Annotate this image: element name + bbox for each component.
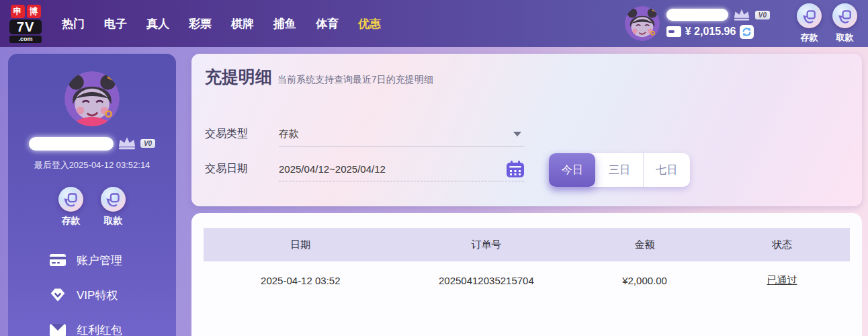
page-header: 充提明细 当前系统支持查询最近7日的充提明细 — [205, 66, 433, 88]
page-subtitle: 当前系统支持查询最近7日的充提明细 — [277, 74, 433, 86]
user-info: V0 ¥ 2,015.96 — [666, 9, 770, 39]
deposit-label: 存款 — [62, 215, 81, 227]
sidebar-quick-actions: 存款 取款 — [8, 187, 176, 227]
withdraw-icon — [832, 3, 857, 28]
nav-item-lottery[interactable]: 彩票 — [189, 16, 212, 32]
sidebar-item-label: 账户管理 — [77, 253, 122, 268]
transaction-type-label: 交易类型 — [205, 127, 279, 146]
vip-level-badge: V0 — [755, 11, 770, 19]
transaction-date-label: 交易日期 — [205, 162, 279, 181]
filter-panel: 充提明细 当前系统支持查询最近7日的充提明细 交易类型 存款 交易日期 2025… — [191, 54, 862, 206]
date-range-value: 2025/04/12~2025/04/12 — [279, 163, 507, 175]
nav-item-fishing[interactable]: 捕鱼 — [273, 16, 296, 32]
status-link[interactable]: 已通过 — [767, 274, 797, 286]
column-header-order: 订单号 — [398, 239, 576, 251]
vip-level-badge: V0 — [140, 139, 155, 148]
date-range-input[interactable]: 2025/04/12~2025/04/12 — [279, 157, 524, 181]
records-table: 日期 订单号 金额 状态 2025-04-12 03:52 2025041203… — [204, 228, 850, 299]
balance-amount: ¥ 2,015.96 — [685, 26, 736, 38]
tab-seven-days[interactable]: 七日 — [644, 153, 690, 187]
tab-today[interactable]: 今日 — [549, 153, 596, 187]
table-row: 2025-04-12 03:52 20250412035215704 ¥2,00… — [204, 261, 850, 299]
tab-three-days[interactable]: 三日 — [596, 153, 643, 187]
transaction-type-row: 交易类型 存款 — [205, 122, 524, 146]
table-header-row: 日期 订单号 金额 状态 — [204, 228, 850, 261]
deposit-icon — [58, 187, 83, 212]
refresh-balance-icon[interactable] — [740, 25, 754, 39]
sidebar-menu: 账户管理 VIP特权 红利红包 — [8, 251, 176, 336]
sidebar: V0 最后登入2025-04-12 03:52:14 存款 取款 — [8, 54, 176, 336]
sidebar-item-account[interactable]: 账户管理 — [50, 251, 176, 269]
column-header-date: 日期 — [204, 239, 398, 251]
date-range-tabs: 今日 三日 七日 — [549, 153, 690, 187]
calendar-icon[interactable] — [507, 161, 524, 178]
row-date: 2025-04-12 03:52 — [204, 275, 398, 286]
row-amount: ¥2,000.00 — [575, 275, 714, 286]
withdraw-label: 取款 — [836, 32, 854, 44]
sidebar-item-label: VIP特权 — [77, 288, 118, 303]
withdraw-icon — [101, 187, 126, 212]
nav-item-sports[interactable]: 体育 — [316, 16, 339, 32]
logo-brand: 7V — [9, 19, 42, 34]
withdraw-label: 取款 — [104, 215, 123, 227]
sidebar-item-label: 红利红包 — [77, 323, 122, 336]
deposit-button[interactable]: 存款 — [797, 3, 822, 44]
topbar-quick-actions: 存款 取款 — [797, 3, 857, 44]
sidebar-userline: V0 — [8, 136, 176, 151]
user-cluster: V0 ¥ 2,015.96 — [625, 3, 857, 44]
bank-card-icon — [50, 254, 66, 266]
last-login-text: 最后登入2025-04-12 03:52:14 — [8, 159, 176, 171]
sidebar-avatar — [64, 71, 120, 126]
main-nav: 热门 电子 真人 彩票 棋牌 捕鱼 体育 优惠 — [62, 16, 381, 32]
logo-tiles: 申 博 — [9, 5, 42, 18]
transaction-date-row: 交易日期 2025/04/12~2025/04/12 — [205, 157, 524, 181]
column-header-amount: 金额 — [575, 239, 714, 251]
red-packet-icon — [50, 324, 66, 336]
nav-item-live[interactable]: 真人 — [146, 16, 169, 32]
nav-item-chess[interactable]: 棋牌 — [231, 16, 254, 32]
sidebar-item-bonus[interactable]: 红利红包 — [50, 321, 176, 336]
site-logo[interactable]: 申 博 7V .com — [9, 5, 42, 43]
nav-item-slots[interactable]: 电子 — [104, 16, 127, 32]
sidebar-username-redacted — [29, 137, 114, 151]
vip-gem-icon — [50, 287, 66, 303]
deposit-icon — [797, 3, 822, 28]
top-navigation-bar: 申 博 7V .com 热门 电子 真人 彩票 棋牌 捕鱼 体育 优惠 — [0, 0, 868, 47]
deposit-label: 存款 — [801, 32, 818, 44]
nav-item-promo[interactable]: 优惠 — [358, 16, 381, 32]
user-avatar[interactable] — [625, 6, 660, 41]
transaction-type-select[interactable]: 存款 — [279, 122, 524, 146]
row-order-number: 20250412035215704 — [398, 275, 576, 286]
logo-char-2: 博 — [27, 5, 41, 18]
crown-icon — [732, 9, 751, 22]
nav-item-hot[interactable]: 热门 — [62, 16, 85, 32]
sidebar-withdraw-button[interactable]: 取款 — [101, 187, 126, 227]
chevron-down-icon — [513, 132, 521, 136]
username-redacted — [666, 9, 728, 21]
crown-icon — [117, 136, 137, 151]
logo-char-1: 申 — [11, 5, 25, 18]
withdraw-button[interactable]: 取款 — [832, 3, 857, 44]
page-title: 充提明细 — [205, 66, 272, 88]
records-panel: 日期 订单号 金额 状态 2025-04-12 03:52 2025041203… — [191, 213, 862, 336]
sidebar-deposit-button[interactable]: 存款 — [58, 187, 83, 227]
sidebar-item-vip[interactable]: VIP特权 — [50, 286, 176, 304]
column-header-status: 状态 — [714, 239, 850, 251]
wallet-icon — [666, 26, 681, 37]
transaction-type-value: 存款 — [279, 128, 513, 140]
logo-suffix: .com — [9, 36, 42, 43]
